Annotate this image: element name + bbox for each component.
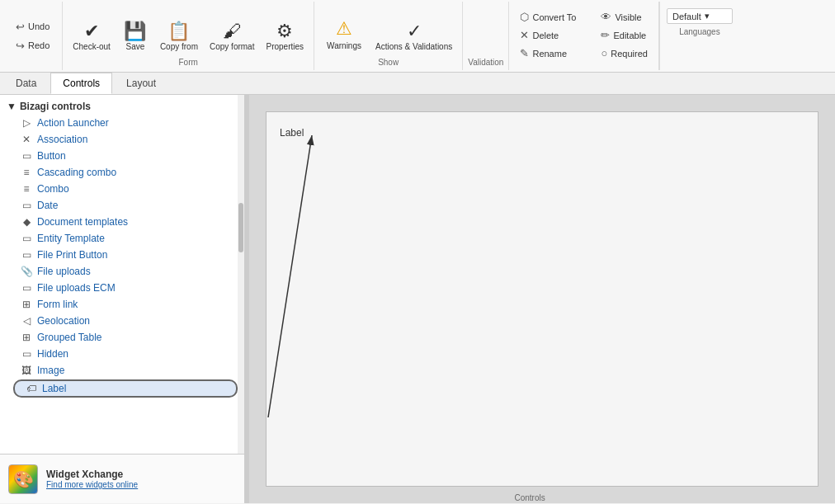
hidden-icon: ▭ <box>20 348 33 360</box>
editable-icon: ✏ <box>601 29 610 41</box>
sidebar-item-label: Image <box>37 365 64 376</box>
sidebar-item-hidden[interactable]: ▭Hidden <box>0 346 244 362</box>
redo-icon: ↪ <box>16 40 25 52</box>
language-dropdown[interactable]: Default ▾ <box>667 8 733 24</box>
sidebar-item-label: File uploads ECM <box>37 282 116 294</box>
widget-xchange-link[interactable]: Find more widgets online <box>46 480 138 489</box>
file-uploads-ecm-icon: ▭ <box>20 282 33 294</box>
sidebar-item-association[interactable]: ✕Association <box>0 131 244 148</box>
sidebar-item-label: Combo <box>37 183 69 195</box>
sidebar-item-file-uploads[interactable]: 📎File uploads <box>0 263 244 280</box>
combo-icon: ≡ <box>20 183 33 195</box>
sidebar-item-geolocation[interactable]: ◁Geolocation <box>0 313 244 329</box>
sidebar-item-entity-template[interactable]: ▭Entity Template <box>0 230 244 247</box>
convert-to-icon: ⬡ <box>520 11 529 23</box>
widget-xchange-title: Widget Xchange <box>46 469 138 480</box>
controls-group: ⬡ Convert To ✕ Delete ✎ Rename 👁 Visible… <box>509 2 659 70</box>
sidebar-item-label: Button <box>37 150 66 162</box>
sidebar-item-date[interactable]: ▭Date <box>0 197 244 214</box>
form-link-icon: ⊞ <box>20 299 33 310</box>
sidebar-item-label: Label <box>42 383 66 394</box>
properties-icon: ⚙ <box>276 22 293 40</box>
sidebar-item-label: Hidden <box>37 348 68 360</box>
required-button[interactable]: ○ Required <box>595 45 653 62</box>
convert-to-button[interactable]: ⬡ Convert To <box>514 8 582 26</box>
tree-root-item[interactable]: ▼ Bizagi controls <box>0 98 244 115</box>
save-button[interactable]: 💾 Save <box>117 19 153 54</box>
editable-button[interactable]: ✏ Editable <box>595 26 653 44</box>
save-icon: 💾 <box>124 22 146 40</box>
languages-group: Default ▾ Languages <box>659 2 739 70</box>
main-layout: ▼ Bizagi controls ▷Action Launcher✕Assoc… <box>0 95 835 503</box>
undo-icon: ↩ <box>16 21 25 33</box>
sidebar-item-label[interactable]: 🏷Label <box>13 379 238 398</box>
arrow-svg <box>267 112 818 486</box>
image-icon: 🖼 <box>20 365 33 376</box>
rename-button[interactable]: ✎ Rename <box>514 45 582 62</box>
scrollbar-track <box>238 95 244 454</box>
validation-group: Validation <box>463 2 509 70</box>
sidebar-item-button[interactable]: ▭Button <box>0 148 244 164</box>
sidebar-item-file-print-button[interactable]: ▭File Print Button <box>0 247 244 263</box>
required-icon: ○ <box>601 47 607 59</box>
canvas-label: Label <box>280 127 304 139</box>
sidebar-item-label: File uploads <box>37 266 91 277</box>
sidebar-item-grouped-table[interactable]: ⊞Grouped Table <box>0 329 244 346</box>
sidebar-item-label: Grouped Table <box>37 332 102 343</box>
grouped-table-icon: ⊞ <box>20 332 33 343</box>
tree-items-container: ▷Action Launcher✕Association▭Button≡Casc… <box>0 115 244 398</box>
button-icon: ▭ <box>20 150 33 162</box>
sidebar-item-cascading-combo[interactable]: ≡Cascading combo <box>0 164 244 181</box>
checkout-icon: ✔ <box>84 22 99 40</box>
label-icon: 🏷 <box>25 383 38 394</box>
form-group: ✔ Check-out 💾 Save 📋 Copy from 🖌 Copy fo… <box>63 2 314 70</box>
widget-xchange: 🎨 Widget Xchange Find more widgets onlin… <box>0 454 244 503</box>
delete-button[interactable]: ✕ Delete <box>514 26 582 44</box>
copy-format-button[interactable]: 🖌 Copy format <box>205 19 259 54</box>
canvas-inner: Label <box>266 111 818 487</box>
show-group: ⚠ Warnings ✓ Actions & Validations Show <box>314 2 463 70</box>
sidebar-item-combo[interactable]: ≡Combo <box>0 181 244 197</box>
sidebar-item-form-link[interactable]: ⊞Form link <box>0 296 244 313</box>
tab-data[interactable]: Data <box>3 73 49 94</box>
left-panel: ▼ Bizagi controls ▷Action Launcher✕Assoc… <box>0 95 245 503</box>
visible-button[interactable]: 👁 Visible <box>595 8 653 26</box>
tab-controls[interactable]: Controls <box>50 73 112 94</box>
tab-layout[interactable]: Layout <box>114 73 168 94</box>
sidebar-item-action-launcher[interactable]: ▷Action Launcher <box>0 115 244 131</box>
date-icon: ▭ <box>20 200 33 211</box>
sidebar-item-label: Entity Template <box>37 233 105 244</box>
checkout-button[interactable]: ✔ Check-out <box>68 19 116 54</box>
geolocation-icon: ◁ <box>20 315 33 327</box>
actions-validations-button[interactable]: ✓ Actions & Validations <box>370 19 457 54</box>
warnings-button[interactable]: ⚠ Warnings <box>319 14 369 54</box>
sidebar-item-document-templates[interactable]: ◆Document templates <box>0 214 244 230</box>
delete-icon: ✕ <box>520 29 529 41</box>
sidebar-item-image[interactable]: 🖼Image <box>0 362 244 379</box>
sidebar-item-label: Date <box>37 200 58 211</box>
scrollbar-thumb[interactable] <box>238 203 243 252</box>
collapse-icon: ▼ <box>7 101 17 112</box>
copy-format-icon: 🖌 <box>223 22 241 40</box>
copy-from-icon: 📋 <box>167 22 190 40</box>
sidebar-item-label: Document templates <box>37 216 128 228</box>
sidebar-item-label: Association <box>37 134 87 145</box>
sidebar-item-label: Form link <box>37 299 78 310</box>
sidebar-item-label: Action Launcher <box>37 117 109 129</box>
visible-icon: 👁 <box>601 11 611 23</box>
undo-button[interactable]: ↩ Undo <box>10 18 55 35</box>
widget-xchange-icon: 🎨 <box>8 464 38 494</box>
properties-button[interactable]: ⚙ Properties <box>261 19 309 54</box>
rename-icon: ✎ <box>520 47 529 59</box>
entity-template-icon: ▭ <box>20 233 33 244</box>
action-launcher-icon: ▷ <box>20 117 33 129</box>
file-print-button-icon: ▭ <box>20 249 33 261</box>
copy-from-button[interactable]: 📋 Copy from <box>155 19 203 54</box>
chevron-down-icon: ▾ <box>705 11 710 21</box>
sidebar-item-label: File Print Button <box>37 249 107 261</box>
cascading-combo-icon: ≡ <box>20 167 33 178</box>
redo-button[interactable]: ↪ Redo <box>10 37 55 54</box>
sidebar-item-label: Geolocation <box>37 315 90 327</box>
sidebar-item-file-uploads-ecm[interactable]: ▭File uploads ECM <box>0 280 244 296</box>
controls-list: ▼ Bizagi controls ▷Action Launcher✕Assoc… <box>0 95 244 454</box>
